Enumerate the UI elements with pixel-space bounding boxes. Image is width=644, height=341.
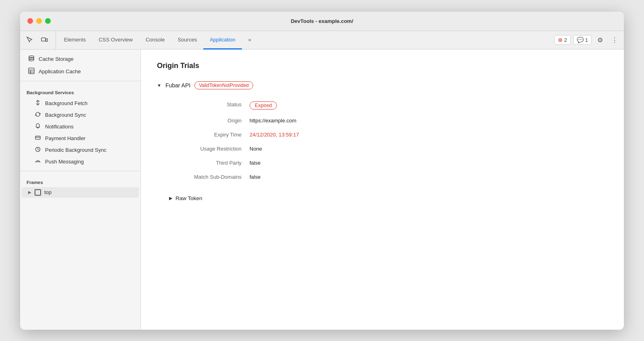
status-value: Expired <box>250 97 608 114</box>
window-controls <box>27 18 51 24</box>
device-toggle-button[interactable] <box>38 33 51 46</box>
expiry-time: 24/12/2020, 13:59:17 <box>250 132 299 138</box>
svg-rect-0 <box>41 38 45 41</box>
toolbar-left-icons <box>23 31 56 49</box>
info-icon: 💬 <box>577 37 584 43</box>
trial-name: Fubar API <box>165 82 190 89</box>
push-messaging-icon <box>35 158 41 165</box>
sidebar-item-frames-top[interactable]: ▶ top <box>22 187 139 198</box>
sidebar-item-notifications[interactable]: Notifications <box>22 121 139 132</box>
maximize-button[interactable] <box>45 18 51 24</box>
tab-application[interactable]: Application <box>203 31 242 50</box>
toolbar-right-actions: ⊗ 2 💬 1 ⚙ ⋮ <box>554 31 621 49</box>
push-messaging-label: Push Messaging <box>45 159 84 165</box>
tab-sources[interactable]: Sources <box>171 31 203 50</box>
toolbar: Elements CSS Overview Console Sources Ap… <box>20 31 624 50</box>
origin-value: https://example.com <box>250 114 608 128</box>
info-count-button[interactable]: 💬 1 <box>573 35 592 45</box>
usage-restriction-value: None <box>250 142 608 156</box>
notifications-label: Notifications <box>45 124 74 130</box>
trial-status-badge: ValidTokenNotProvided <box>194 81 253 89</box>
background-sync-icon <box>35 112 41 118</box>
settings-button[interactable]: ⚙ <box>594 34 606 46</box>
background-fetch-icon <box>35 100 41 107</box>
sidebar-item-background-sync[interactable]: Background Sync <box>22 109 139 121</box>
frame-icon <box>35 189 41 196</box>
sidebar-item-background-fetch[interactable]: Background Fetch <box>22 97 139 109</box>
info-count: 1 <box>585 37 588 43</box>
cache-storage-label: Cache Storage <box>39 56 74 62</box>
svg-rect-1 <box>46 39 47 41</box>
trial-expand-icon[interactable]: ▼ <box>157 83 161 88</box>
third-party-label: Third Party <box>169 156 250 170</box>
periodic-background-sync-icon <box>35 147 41 153</box>
trial-details-grid: Status Expired Origin https://example.co… <box>169 97 608 184</box>
error-count-button[interactable]: ⊗ 2 <box>554 35 571 45</box>
notifications-icon <box>35 123 41 130</box>
payment-handler-label: Payment Handler <box>45 135 85 141</box>
sidebar-item-application-cache[interactable]: Application Cache <box>22 65 139 78</box>
more-options-button[interactable]: ⋮ <box>609 34 621 46</box>
usage-restriction-label: Usage Restriction <box>169 142 250 156</box>
svg-line-21 <box>38 149 39 150</box>
match-subdomains-value: false <box>250 170 608 184</box>
tab-css-overview[interactable]: CSS Overview <box>92 31 139 50</box>
content-panel: Origin Trials ▼ Fubar API ValidTokenNotP… <box>141 50 624 330</box>
trial-header: ▼ Fubar API ValidTokenNotProvided <box>157 81 608 89</box>
application-cache-label: Application Cache <box>39 68 81 74</box>
application-cache-icon <box>28 68 35 75</box>
background-sync-label: Background Sync <box>45 112 86 118</box>
trial-section: ▼ Fubar API ValidTokenNotProvided Status… <box>157 81 608 205</box>
sidebar: Cache Storage Application Cache <box>20 50 141 330</box>
background-services-header: Background Services <box>20 85 140 97</box>
titlebar: DevTools - example.com/ <box>20 12 624 31</box>
tab-more[interactable]: » <box>242 31 258 50</box>
sidebar-item-payment-handler[interactable]: Payment Handler <box>22 132 139 144</box>
frames-top-label: top <box>44 189 52 195</box>
minimize-button[interactable] <box>36 18 42 24</box>
main-content: Cache Storage Application Cache <box>20 50 624 330</box>
devtools-window: DevTools - example.com/ Elements CSS Ove… <box>20 12 624 330</box>
frames-header: Frames <box>20 174 140 187</box>
raw-token-row[interactable]: ▶ Raw Token <box>169 192 608 205</box>
expiry-label: Expiry Time <box>169 128 250 142</box>
error-count: 2 <box>564 37 567 43</box>
raw-token-expand-icon: ▶ <box>169 196 172 201</box>
divider-2 <box>20 171 140 171</box>
page-title: Origin Trials <box>157 62 608 70</box>
error-icon: ⊗ <box>558 37 563 43</box>
background-fetch-label: Background Fetch <box>45 100 88 106</box>
match-subdomains-label: Match Sub-Domains <box>169 170 250 184</box>
third-party-value: false <box>250 156 608 170</box>
window-title: DevTools - example.com/ <box>291 18 353 24</box>
sidebar-item-push-messaging[interactable]: Push Messaging <box>22 156 139 167</box>
svg-rect-9 <box>29 68 34 74</box>
origin-label: Origin <box>169 114 250 128</box>
status-badge: Expired <box>250 101 277 110</box>
expiry-value: 24/12/2020, 13:59:17 <box>250 128 608 142</box>
inspect-element-button[interactable] <box>23 33 36 46</box>
tab-console[interactable]: Console <box>139 31 171 50</box>
triangle-icon: ▶ <box>28 190 31 194</box>
payment-handler-icon <box>35 135 41 142</box>
sidebar-item-periodic-background-sync[interactable]: Periodic Background Sync <box>22 144 139 156</box>
status-label: Status <box>169 97 250 114</box>
svg-rect-17 <box>35 136 40 139</box>
cache-storage-icon <box>28 55 35 63</box>
periodic-background-sync-label: Periodic Background Sync <box>45 147 106 153</box>
toolbar-tabs: Elements CSS Overview Console Sources Ap… <box>58 31 554 49</box>
tab-elements[interactable]: Elements <box>58 31 92 50</box>
close-button[interactable] <box>27 18 33 24</box>
sidebar-item-cache-storage[interactable]: Cache Storage <box>22 53 139 65</box>
divider-1 <box>20 81 140 81</box>
raw-token-label: Raw Token <box>175 195 202 201</box>
